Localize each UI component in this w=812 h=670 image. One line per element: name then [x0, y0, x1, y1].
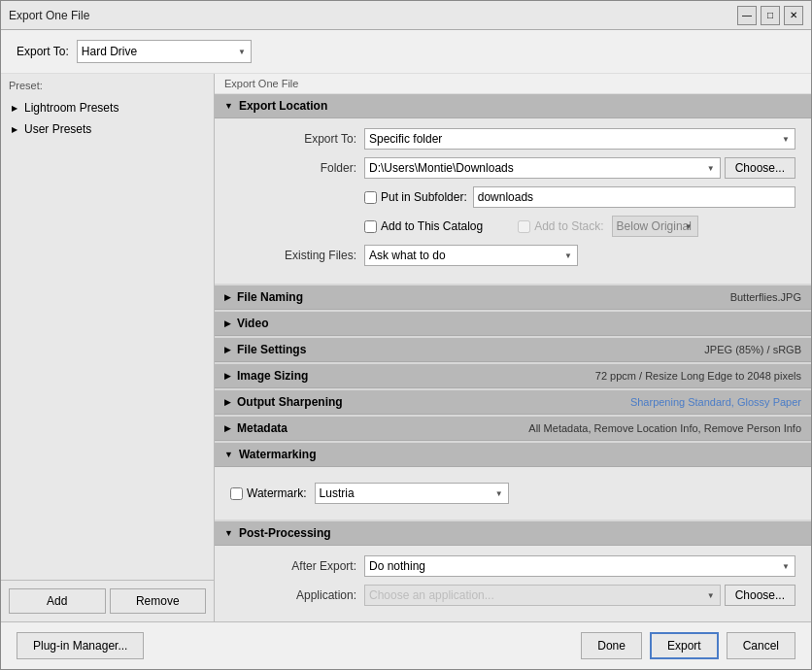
export-to-label: Export To:	[17, 45, 69, 58]
maximize-button[interactable]: □	[761, 6, 780, 25]
lightroom-presets-label: Lightroom Presets	[24, 101, 118, 115]
subfolder-label-text: Put in Subfolder:	[381, 190, 467, 204]
image-sizing-title: Image Sizing	[237, 369, 308, 383]
add-to-catalog-checkbox[interactable]	[364, 220, 377, 233]
file-settings-header[interactable]: ▶ File Settings JPEG (85%) / sRGB	[215, 338, 811, 362]
video-header[interactable]: ▶ Video	[215, 312, 811, 336]
panel-scroll[interactable]: ▼ Export Location Export To: Specific fo…	[215, 94, 811, 621]
footer-bar: Plug-in Manager... Done Export Cancel	[1, 621, 811, 669]
location-export-to-row: Export To: Specific folder Desktop Docum…	[230, 128, 795, 150]
add-to-catalog-label[interactable]: Add to This Catalog	[364, 219, 483, 233]
export-to-wrapper: Hard Drive Email CD/DVD	[77, 40, 252, 63]
metadata-header[interactable]: ▶ Metadata All Metadata, Remove Location…	[215, 417, 811, 441]
footer-right-buttons: Done Export Cancel	[581, 632, 795, 659]
add-to-stack-text: Add to Stack:	[534, 219, 603, 233]
main-content: Preset: ▶ Lightroom Presets ▶ User Prese…	[1, 74, 811, 621]
window-title: Export One File	[9, 9, 89, 22]
watermarking-header[interactable]: ▼ Watermarking	[215, 443, 811, 467]
after-export-label: After Export:	[230, 559, 356, 573]
sidebar-footer: Add Remove	[1, 580, 214, 621]
stack-position-select[interactable]: Below Original Above Original	[612, 216, 698, 237]
post-processing-header[interactable]: ▼ Post-Processing	[215, 521, 811, 546]
sidebar-item-lightroom-presets[interactable]: ▶ Lightroom Presets	[1, 97, 214, 118]
sidebar: Preset: ▶ Lightroom Presets ▶ User Prese…	[1, 74, 215, 621]
image-sizing-header[interactable]: ▶ Image Sizing 72 ppcm / Resize Long Edg…	[215, 364, 811, 388]
existing-files-select[interactable]: Ask what to do Skip Overwrite Add unique…	[364, 245, 578, 266]
watermark-checkbox[interactable]	[230, 487, 243, 500]
user-presets-arrow: ▶	[9, 123, 20, 135]
watermark-checkbox-label[interactable]: Watermark:	[230, 486, 307, 500]
image-sizing-summary: 72 ppcm / Resize Long Edge to 2048 pixel…	[595, 370, 801, 382]
export-button[interactable]: Export	[650, 632, 719, 659]
existing-files-label: Existing Files:	[230, 249, 356, 262]
output-sharpening-header[interactable]: ▶ Output Sharpening Sharpening Standard,…	[215, 390, 811, 415]
sidebar-item-user-presets[interactable]: ▶ User Presets	[1, 118, 214, 140]
metadata-arrow: ▶	[224, 423, 231, 433]
add-to-stack-checkbox[interactable]	[518, 220, 530, 233]
subfolder-checkbox[interactable]	[364, 191, 377, 204]
preset-label: Preset:	[1, 74, 214, 97]
metadata-summary: All Metadata, Remove Location Info, Remo…	[528, 422, 801, 434]
watermarking-body: Watermark: Lustria None	[215, 467, 811, 519]
export-to-select[interactable]: Hard Drive Email CD/DVD	[77, 40, 252, 63]
file-settings-arrow: ▶	[224, 345, 231, 354]
post-processing-arrow: ▼	[224, 528, 233, 538]
cancel-button[interactable]: Cancel	[727, 632, 795, 659]
export-location-arrow: ▼	[224, 101, 233, 111]
remove-preset-button[interactable]: Remove	[110, 588, 207, 614]
file-naming-title: File Naming	[237, 290, 303, 304]
export-one-file-dialog: Export One File — □ ✕ Export To: Hard Dr…	[0, 0, 812, 670]
location-export-to-wrapper: Specific folder Desktop Documents	[364, 128, 795, 150]
export-location-header[interactable]: ▼ Export Location	[215, 94, 811, 118]
export-location-body: Export To: Specific folder Desktop Docum…	[215, 118, 811, 284]
location-export-to-control: Specific folder Desktop Documents	[364, 128, 795, 150]
catalog-stack-control: Add to This Catalog Add to Stack: Below	[364, 216, 795, 237]
location-export-to-label: Export To:	[230, 132, 356, 146]
after-export-control: Do nothing Open in Lightroom Open in Oth…	[364, 555, 795, 577]
plugin-manager-button[interactable]: Plug-in Manager...	[17, 632, 144, 659]
metadata-section: ▶ Metadata All Metadata, Remove Location…	[215, 417, 811, 441]
video-section: ▶ Video	[215, 312, 811, 336]
stack-position-wrapper: Below Original Above Original	[612, 216, 698, 237]
output-sharpening-title: Output Sharpening	[237, 395, 343, 409]
post-processing-section: ▼ Post-Processing After Export: Do nothi…	[215, 521, 811, 621]
folder-choose-button[interactable]: Choose...	[725, 157, 795, 179]
window-controls: — □ ✕	[737, 6, 803, 25]
close-button[interactable]: ✕	[784, 6, 803, 25]
application-choose-button[interactable]: Choose...	[725, 585, 795, 606]
subfolder-input[interactable]	[473, 186, 795, 208]
file-naming-section: ▶ File Naming Butterflies.JPG	[215, 285, 811, 310]
preset-list: ▶ Lightroom Presets ▶ User Presets	[1, 97, 214, 580]
watermark-select[interactable]: Lustria None	[315, 483, 509, 504]
add-to-catalog-text: Add to This Catalog	[381, 219, 483, 233]
app-path-select[interactable]: Choose an application...	[364, 585, 721, 606]
post-processing-title: Post-Processing	[239, 526, 331, 540]
add-preset-button[interactable]: Add	[9, 588, 106, 614]
minimize-button[interactable]: —	[737, 6, 757, 25]
folder-path-select[interactable]: D:\Users\Montie\Downloads	[364, 157, 721, 179]
file-naming-arrow: ▶	[224, 292, 231, 302]
file-settings-section: ▶ File Settings JPEG (85%) / sRGB	[215, 338, 811, 362]
panel-area: Export One File ▼ Export Location Export…	[215, 74, 811, 621]
video-arrow: ▶	[224, 318, 231, 328]
export-to-bar: Export To: Hard Drive Email CD/DVD	[1, 30, 811, 74]
application-label: Application:	[230, 588, 356, 602]
catalog-stack-row: Add to This Catalog Add to Stack: Below	[230, 216, 795, 237]
after-export-row: After Export: Do nothing Open in Lightro…	[230, 555, 795, 577]
done-button[interactable]: Done	[581, 632, 642, 659]
folder-control: D:\Users\Montie\Downloads Choose...	[364, 157, 795, 179]
location-export-to-select[interactable]: Specific folder Desktop Documents	[364, 128, 795, 150]
file-naming-header[interactable]: ▶ File Naming Butterflies.JPG	[215, 285, 811, 310]
export-location-title: Export Location	[239, 99, 327, 113]
application-row: Application: Choose an application... Ch…	[230, 585, 795, 606]
title-bar: Export One File — □ ✕	[1, 1, 811, 30]
watermarking-section: ▼ Watermarking Watermark: Lustria	[215, 443, 811, 519]
subfolder-checkbox-label[interactable]: Put in Subfolder:	[364, 190, 467, 204]
output-sharpening-summary: Sharpening Standard, Glossy Paper	[630, 396, 801, 408]
export-location-section: ▼ Export Location Export To: Specific fo…	[215, 94, 811, 284]
file-settings-title: File Settings	[237, 343, 306, 356]
video-title: Video	[237, 317, 268, 330]
folder-label: Folder:	[230, 161, 356, 175]
after-export-select[interactable]: Do nothing Open in Lightroom Open in Oth…	[364, 555, 795, 577]
watermark-label-text: Watermark:	[247, 486, 307, 500]
